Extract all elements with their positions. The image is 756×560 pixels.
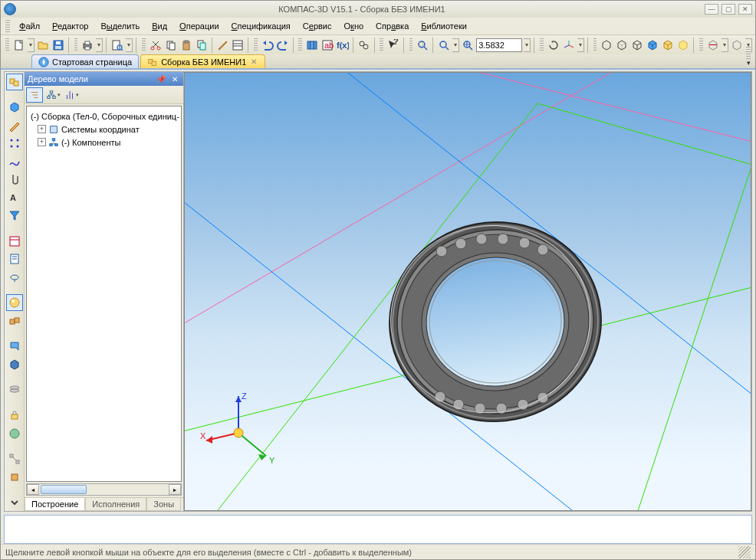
menu-select[interactable]: Выделить [94,20,146,32]
orient-dropdown[interactable]: ▾ [577,38,584,52]
undo-button[interactable] [261,37,274,54]
properties-button[interactable] [231,37,245,54]
rotate-button[interactable] [547,37,560,54]
help-button[interactable]: ? [386,37,400,54]
menu-help[interactable]: Справка [370,20,415,32]
zoom-fit-button[interactable] [416,37,429,54]
copy2-button[interactable] [195,37,209,54]
tree-mode-button[interactable] [26,87,43,103]
expander-components[interactable]: + [38,138,46,146]
section-button[interactable] [706,37,720,54]
zoom-in-button[interactable] [461,37,475,54]
open-button[interactable] [36,37,50,54]
perspective-button[interactable] [676,37,690,54]
hscroll-thumb[interactable] [41,485,87,494]
tool-box-button[interactable] [6,356,23,373]
resize-grip[interactable] [738,546,751,558]
hidden-lines-button[interactable] [615,37,629,54]
menu-window[interactable]: Окно [338,20,370,32]
spec-button[interactable] [357,37,371,54]
tab-build[interactable]: Построение [25,498,85,511]
zoom-window-button[interactable] [437,37,451,54]
menu-operations[interactable]: Операции [173,20,225,32]
simplify-button[interactable] [730,37,744,54]
maximize-button[interactable]: ▢ [721,4,735,15]
tool-cube-button[interactable] [6,99,23,116]
tool-sketch-button[interactable] [6,117,23,134]
section-dropdown[interactable]: ▾ [721,38,728,52]
libs-button[interactable] [305,37,319,54]
tool-sheet-button[interactable] [6,338,23,355]
brush-button[interactable] [215,37,229,54]
toolbar-grip[interactable] [5,38,9,52]
menu-spec[interactable]: Спецификация [225,20,297,32]
tree-coords[interactable]: + Системы координат [28,123,179,136]
toolbar-grip-4[interactable] [254,38,258,52]
edit-assembly-button[interactable] [6,74,23,90]
zoom-value-dropdown[interactable]: ▾ [524,38,531,52]
shaded-edges-button[interactable] [661,37,675,54]
cut-button[interactable] [149,37,163,54]
tab-exec[interactable]: Исполнения [85,498,146,511]
toolbar-grip-10[interactable] [699,38,703,52]
tool-report-button[interactable] [6,251,23,268]
tree-hier-button[interactable]: ▾ [44,87,61,103]
redo-button[interactable] [276,37,290,54]
toolbar-grip-5[interactable] [298,38,302,52]
tab-zones[interactable]: Зоны [146,498,181,511]
tree-root[interactable]: (-) Сборка (Тел-0, Сборочных единиц-1) [28,110,179,123]
menu-libs[interactable]: Библиотеки [415,20,473,32]
panel-header[interactable]: Дерево модели 📌 ✕ [25,72,183,86]
vars-button[interactable]: ab [320,37,334,54]
tool-mate-button[interactable] [6,313,23,329]
print-button[interactable] [81,37,94,54]
right-toolbar-grip[interactable] [746,47,751,61]
menu-service[interactable]: Сервис [297,20,338,32]
hscroll-left[interactable]: ◂ [27,484,39,495]
toolbar-grip-7[interactable] [409,38,413,52]
preview-button[interactable] [110,37,124,54]
panel-pin-button[interactable]: 📌 [156,74,166,84]
toolbar-grip-8[interactable] [540,38,544,52]
paste-button[interactable] [179,37,193,54]
new-button[interactable] [12,37,26,54]
new-dropdown[interactable]: ▾ [28,38,35,52]
toolbar-grip-2[interactable] [74,38,78,52]
panel-close-button[interactable]: ✕ [169,74,180,84]
zoom-input[interactable] [476,38,522,52]
tree-filter-button[interactable]: ▾ [63,87,80,103]
tool-assy-button[interactable] [6,469,23,486]
panel-hscroll[interactable]: ◂ ▸ [26,483,182,496]
menu-edit[interactable]: Редактор [46,20,94,32]
tool-collapse-button[interactable] [6,494,23,511]
tab-close-button[interactable]: ✕ [249,57,258,66]
tool-lock-button[interactable] [6,408,23,424]
zoom-dropdown[interactable]: ▾ [452,38,459,52]
preview-dropdown[interactable]: ▾ [126,38,133,52]
tool-explode-button[interactable] [6,451,23,468]
wireframe-button[interactable] [600,37,613,54]
minimize-button[interactable]: — [705,4,718,15]
3d-viewport[interactable]: Z X Y [184,72,751,511]
tool-measure-button[interactable] [6,269,23,286]
toolbar-grip-6[interactable] [380,38,383,52]
hscroll-right[interactable]: ▸ [169,484,181,495]
model-tree[interactable]: (-) Сборка (Тел-0, Сборочных единиц-1) +… [26,106,182,482]
menubar-grip[interactable] [5,20,10,32]
close-button[interactable]: ✕ [738,4,752,15]
tab-assembly[interactable]: Сборка БЕЗ ИМЕНИ1 ✕ [140,54,265,68]
tab-start[interactable]: Стартовая страница [31,54,139,68]
tool-render-button[interactable] [6,294,23,311]
shaded-button[interactable] [646,37,659,54]
orient-button[interactable] [562,37,576,54]
tool-spec-button[interactable] [6,233,23,250]
tool-layers-button[interactable] [6,382,23,398]
print-dropdown[interactable]: ▾ [96,38,103,52]
menu-file[interactable]: Файл [13,20,46,32]
tree-components[interactable]: + (-) Компоненты [28,136,179,149]
fx-button[interactable]: f(x) [336,37,350,54]
copy-button[interactable] [164,37,178,54]
menu-view[interactable]: Вид [146,20,173,32]
tool-curve-button[interactable] [6,153,23,170]
toolbar-grip-3[interactable] [142,38,146,52]
